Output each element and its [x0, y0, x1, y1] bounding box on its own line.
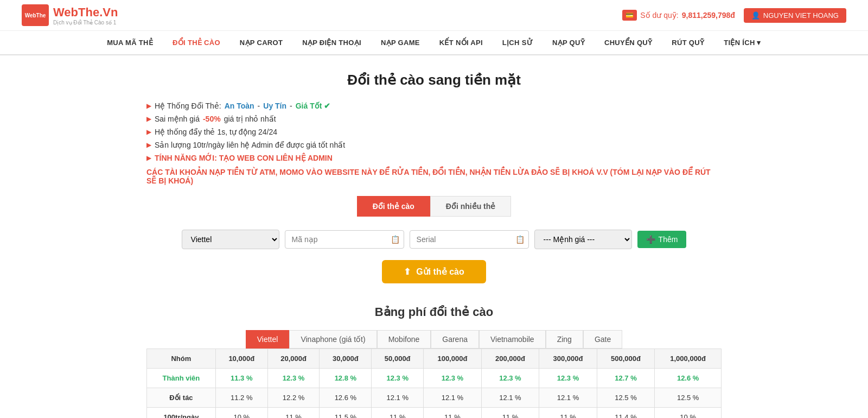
serial-field: 📋 [410, 230, 529, 249]
doi-the-cao-btn[interactable]: Đổi thẻ cào [357, 196, 430, 217]
main-nav: MUA MÃ THẺĐỔI THẺ CÀONẠP CAROTNẠP ĐIỆN T… [0, 31, 868, 55]
nav-item-kết-nối-api[interactable]: KẾT NỐI API [430, 31, 493, 54]
info-section: ▶ Hệ Thống Đổi Thẻ: An Toàn - Uy Tín - G… [146, 102, 722, 185]
page-title: Đổi thẻ cào sang tiền mặt [146, 72, 722, 88]
top-header: WebThe WebThe.Vn Dịch vụ Đổi Thẻ Cào số … [0, 0, 868, 31]
table-header-Nhóm: Nhóm [147, 349, 216, 369]
table-header-10000: 10,000đ [215, 349, 267, 369]
arrow-icon-1: ▶ [146, 102, 151, 110]
table-cell: 10 % [215, 408, 267, 419]
header-right: 💳 Số dư quỹ: 9,811,259,798đ 👤 NGUYEN VIE… [622, 8, 846, 23]
table-group-100tr: 100tr/ngày [147, 408, 216, 419]
nav-item-đổi-thẻ-cào[interactable]: ĐỔI THẺ CÀO [163, 31, 230, 54]
table-cell: 12.5 % [597, 388, 655, 408]
nav-item-lịch-sử[interactable]: LỊCH SỬ [493, 31, 542, 54]
user-name: NGUYEN VIET HOANG [763, 11, 839, 20]
nav-item-mua-mã-thẻ[interactable]: MUA MÃ THẺ [97, 31, 163, 54]
table-header-100000: 100,000đ [424, 349, 482, 369]
nav-item-nạp-carot[interactable]: NẠP CAROT [230, 31, 292, 54]
info-line-4: ▶ Sản lượng 10tr/ngày liên hệ Admin để đ… [146, 141, 722, 149]
table-cell: 12.6 % [320, 388, 372, 408]
carrier-tab-garena[interactable]: Garena [431, 330, 479, 349]
copy-serial-icon[interactable]: 📋 [515, 235, 525, 244]
carrier-tab-vietnamobile[interactable]: Vietnamobile [479, 330, 546, 349]
info-line-1: ▶ Hệ Thống Đổi Thẻ: An Toàn - Uy Tín - G… [146, 102, 722, 110]
table-cell: 12.3 % [481, 369, 539, 388]
carrier-tab-gate[interactable]: Gate [583, 330, 622, 349]
menh-gia-select[interactable]: --- Mệnh giá --- 10,000đ 20,000đ 30,000đ… [534, 230, 632, 249]
wallet-icon: 💳 [622, 10, 637, 21]
table-cell: 11 % [372, 408, 424, 419]
table-cell: 12.1 % [539, 388, 597, 408]
ma-nap-field: 📋 [285, 230, 404, 249]
table-cell: 12.5 % [655, 388, 722, 408]
table-section: Bảng phí đổi thẻ cào ViettelVinaphone (g… [146, 305, 722, 418]
nav-item-chuyển-quỹ[interactable]: CHUYỂN QUỸ [595, 31, 662, 54]
nav-item-nạp-điện-thoại[interactable]: NẠP ĐIỆN THOẠI [292, 31, 371, 54]
warning-text: CÁC TÀI KHOẢN NẠP TIỀN TỪ ATM, MOMO VÀO … [146, 168, 722, 185]
arrow-icon-3: ▶ [146, 128, 151, 136]
table-header-20000: 20,000đ [267, 349, 320, 369]
table-cell: 12.1 % [424, 388, 482, 408]
gui-the-label: Gửi thẻ cào [416, 267, 464, 277]
table-title: Bảng phí đổi thẻ cào [146, 305, 722, 319]
arrow-icon-4: ▶ [146, 141, 151, 149]
gui-the-button[interactable]: ⬆ Gửi thẻ cào [382, 260, 486, 283]
them-button[interactable]: ➕ Thêm [637, 231, 687, 248]
logo-area: WebThe WebThe.Vn Dịch vụ Đổi Thẻ Cào số … [22, 4, 118, 26]
table-header-500000: 500,000đ [597, 349, 655, 369]
table-cell: 12.3 % [372, 369, 424, 388]
table-cell: 11 % [481, 408, 539, 419]
table-cell: 10 % [655, 408, 722, 419]
ma-nap-input[interactable] [285, 230, 404, 249]
table-cell: 11.2 % [215, 388, 267, 408]
plus-icon: ➕ [646, 235, 655, 244]
table-cell: 11.4 % [597, 408, 655, 419]
table-cell: 11 % [539, 408, 597, 419]
them-label: Thêm [659, 235, 678, 244]
logo-icon: WebThe [22, 4, 49, 26]
table-cell: 12.1 % [481, 388, 539, 408]
doi-nhieu-the-btn[interactable]: Đổi nhiều thẻ [430, 196, 512, 217]
table-cell: 12.6 % [655, 369, 722, 388]
carrier-tabs: ViettelVinaphone (giá tốt)MobifoneGarena… [146, 330, 722, 349]
table-header-200000: 200,000đ [481, 349, 539, 369]
table-cell: 12.8 % [320, 369, 372, 388]
carrier-tab-viettel[interactable]: Viettel [246, 330, 290, 349]
carrier-select[interactable]: Viettel Vinaphone Mobifone Garena Vietna… [182, 230, 279, 249]
info-line-3: ▶ Hệ thống đẩy thẻ 1s, tự động 24/24 [146, 128, 722, 136]
table-cell: 11 % [424, 408, 482, 419]
logo-domain: .Vn [99, 5, 118, 19]
table-cell: 12.7 % [597, 369, 655, 388]
nav-item-nạp-game[interactable]: NẠP GAME [371, 31, 430, 54]
logo-subtitle: Dịch vụ Đổi Thẻ Cào số 1 [53, 20, 118, 26]
user-icon: 👤 [751, 11, 760, 20]
toggle-section: Đổi thẻ cào Đổi nhiều thẻ [146, 196, 722, 217]
form-row: Viettel Vinaphone Mobifone Garena Vietna… [146, 230, 722, 249]
price-table: Nhóm10,000đ20,000đ30,000đ50,000đ100,000đ… [146, 349, 722, 418]
table-header-50000: 50,000đ [372, 349, 424, 369]
balance-label: Số dư quỹ: [640, 11, 678, 20]
nav-item-rút-quỹ[interactable]: RÚT QUỸ [662, 31, 714, 54]
carrier-tab-zing[interactable]: Zing [546, 330, 583, 349]
table-group-doi-tac: Đối tác [147, 388, 216, 408]
nav-item-nạp-quỹ[interactable]: NẠP QUỸ [542, 31, 595, 54]
copy-ma-nap-icon[interactable]: 📋 [391, 235, 400, 244]
table-cell: 12.1 % [372, 388, 424, 408]
arrow-icon-5: ▶ [146, 154, 151, 162]
table-group-thanh-vien: Thành viên [147, 369, 216, 388]
table-header-300000: 300,000đ [539, 349, 597, 369]
arrow-icon-2: ▶ [146, 115, 151, 123]
serial-input[interactable] [410, 230, 529, 249]
submit-section: ⬆ Gửi thẻ cào [146, 260, 722, 283]
table-cell: 12.2 % [267, 388, 320, 408]
nav-item-tiện-ích-▾[interactable]: TIỆN ÍCH ▾ [714, 31, 771, 54]
main-content: Đổi thẻ cào sang tiền mặt ▶ Hệ Thống Đổi… [136, 55, 732, 418]
table-cell: 12.3 % [267, 369, 320, 388]
carrier-tab-vinaphone-(giá-tốt)[interactable]: Vinaphone (giá tốt) [289, 330, 376, 349]
user-button[interactable]: 👤 NGUYEN VIET HOANG [744, 8, 846, 23]
carrier-tab-mobifone[interactable]: Mobifone [377, 330, 431, 349]
table-cell: 11.3 % [215, 369, 267, 388]
table-cell: 12.3 % [424, 369, 482, 388]
upload-icon: ⬆ [404, 267, 411, 277]
